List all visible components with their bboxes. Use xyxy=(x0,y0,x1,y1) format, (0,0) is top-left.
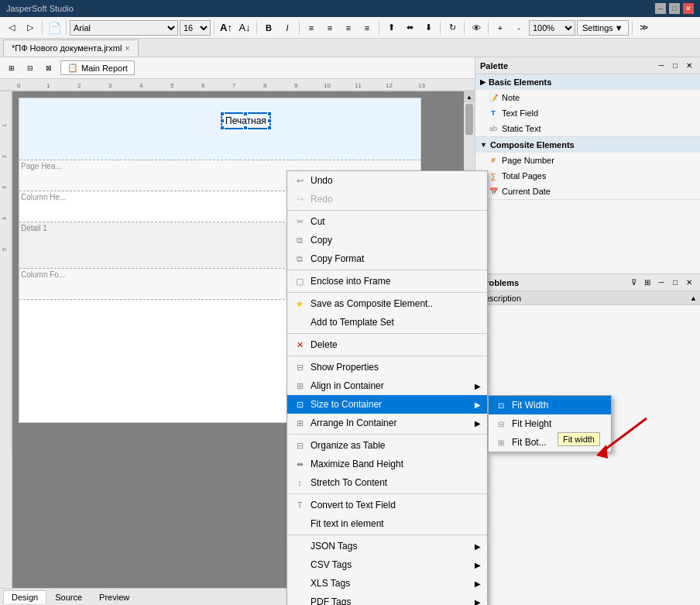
document-tab-close[interactable]: × xyxy=(125,43,129,53)
menu-cut[interactable]: ✂ Cut xyxy=(287,212,487,231)
palette-total-pages-item[interactable]: ∑ Total Pages xyxy=(475,168,700,184)
enclose-icon: ▢ xyxy=(293,275,306,287)
overview-button[interactable]: ⊞ xyxy=(3,60,20,77)
source-tab[interactable]: Source xyxy=(46,590,91,604)
svg-text:5: 5 xyxy=(2,248,7,251)
menu-copy-format[interactable]: ⧉ Copy Format xyxy=(287,249,487,268)
xls-icon xyxy=(293,577,306,590)
fit-text-label: Fit text in element xyxy=(311,518,384,529)
menu-json-tags[interactable]: JSON Tags ▶ xyxy=(287,537,487,555)
palette-static-text-item[interactable]: ab Static Text xyxy=(475,121,700,136)
align-middle-button[interactable]: ⬌ xyxy=(401,19,418,36)
menu-maximize-band[interactable]: ⬌ Maximize Band Height xyxy=(287,455,487,473)
preview-button[interactable]: 👁 xyxy=(468,19,485,36)
composite-expand-icon: ▼ xyxy=(480,141,487,149)
palette-minimize-button[interactable]: ─ xyxy=(655,60,667,72)
problems-minimize-button[interactable]: ─ xyxy=(655,277,667,289)
zoom-select[interactable]: 100% xyxy=(529,20,575,36)
menu-arrange-in-container[interactable]: ⊞ Arrange In Container ▶ xyxy=(287,414,487,432)
design-tab[interactable]: Design xyxy=(3,590,46,603)
align-left-button[interactable]: ≡ xyxy=(303,19,320,36)
palette-note-item[interactable]: 📝 Note xyxy=(475,90,700,105)
current-date-label: Current Date xyxy=(502,187,551,196)
zoom-out-button[interactable]: - xyxy=(510,19,527,36)
align-center-button[interactable]: ≡ xyxy=(321,19,338,36)
preview-tab[interactable]: Preview xyxy=(91,590,138,604)
font-family-select[interactable]: Arial xyxy=(70,20,178,36)
handle-br[interactable] xyxy=(267,125,272,130)
extra-button[interactable]: ≫ xyxy=(636,19,653,36)
menu-redo[interactable]: ↪ Redo xyxy=(287,190,487,208)
problems-maximize-button[interactable]: □ xyxy=(669,277,681,289)
menu-save-composite[interactable]: ★ Save as Composite Element.. xyxy=(287,294,487,313)
zoom-in-button[interactable]: + xyxy=(492,19,509,36)
main-report-tab[interactable]: 📋 Main Report xyxy=(60,60,135,75)
menu-add-to-template[interactable]: Add to Template Set xyxy=(287,313,487,332)
svg-text:1: 1 xyxy=(2,124,7,127)
close-button[interactable]: ✕ xyxy=(683,3,694,14)
forward-button[interactable]: ▷ xyxy=(22,19,39,36)
redo-label: Redo xyxy=(311,194,333,205)
handle-tr[interactable] xyxy=(267,112,272,116)
menu-organize-as-table[interactable]: ⊟ Organize as Table xyxy=(287,436,487,455)
composite-elements-header[interactable]: ▼ Composite Elements xyxy=(475,137,700,153)
pdf-label: PDF Tags xyxy=(311,596,351,605)
handle-ml[interactable] xyxy=(220,119,225,123)
arrange-arrow-icon: ▶ xyxy=(475,419,481,428)
sort-icon: ▲ xyxy=(690,294,697,302)
add-template-label: Add to Template Set xyxy=(311,317,394,328)
handle-mr[interactable] xyxy=(267,119,272,123)
scroll-thumb[interactable] xyxy=(465,104,473,135)
table-button[interactable]: ⊟ xyxy=(22,60,39,77)
sep2 xyxy=(66,21,67,35)
italic-button[interactable]: I xyxy=(279,19,296,36)
pdf-icon xyxy=(293,596,306,605)
document-tab[interactable]: *ПФ Нового документа.jrxml × xyxy=(3,40,139,57)
bold-button[interactable]: B xyxy=(260,19,277,36)
menu-pdf-tags[interactable]: PDF Tags ▶ xyxy=(287,593,487,605)
back-button[interactable]: ◁ xyxy=(3,19,20,36)
align-top-button[interactable]: ⬆ xyxy=(383,19,400,36)
palette-close-button[interactable]: ✕ xyxy=(683,60,695,72)
settings-button[interactable]: Settings ▼ xyxy=(577,20,629,36)
font-larger-button[interactable]: A↑ xyxy=(218,19,235,36)
menu-csv-tags[interactable]: CSV Tags ▶ xyxy=(287,555,487,574)
problems-columns-button[interactable]: ⊞ xyxy=(641,277,654,289)
align-bottom-button[interactable]: ⬇ xyxy=(420,19,437,36)
submenu-fit-height[interactable]: ⊟ Fit Height xyxy=(489,414,611,433)
menu-copy[interactable]: ⧉ Copy xyxy=(287,231,487,249)
selected-element[interactable]: Печатная xyxy=(221,112,271,129)
menu-xls-tags[interactable]: XLS Tags ▶ xyxy=(287,574,487,593)
menu-delete[interactable]: ✕ Delete xyxy=(287,335,487,354)
minimize-button[interactable]: ─ xyxy=(655,3,666,14)
palette-page-number-item[interactable]: # Page Number xyxy=(475,153,700,168)
palette-maximize-button[interactable]: □ xyxy=(669,60,681,72)
menu-stretch-to-content[interactable]: ↕ Stretch To Content xyxy=(287,473,487,492)
basic-elements-header[interactable]: ▶ Basic Elements xyxy=(475,74,700,90)
scroll-up-button[interactable]: ▲ xyxy=(464,91,475,102)
menu-align-in-container[interactable]: ⊞ Align in Container ▶ xyxy=(287,376,487,395)
band-button[interactable]: ⊠ xyxy=(40,60,57,77)
menu-convert-to-text[interactable]: T Convert to Text Field xyxy=(287,496,487,514)
submenu-fit-width[interactable]: ⊡ Fit Width xyxy=(489,396,611,414)
menu-size-to-container[interactable]: ⊡ Size to Container ▶ xyxy=(287,395,487,414)
palette-current-date-item[interactable]: 📅 Current Date xyxy=(475,184,700,199)
font-smaller-button[interactable]: A↓ xyxy=(236,19,253,36)
problems-filter-button[interactable]: ⊽ xyxy=(627,277,640,289)
handle-bm[interactable] xyxy=(243,125,248,130)
align-right-button[interactable]: ≡ xyxy=(340,19,357,36)
menu-show-properties[interactable]: ⊟ Show Properties xyxy=(287,358,487,376)
new-button[interactable]: 📄 xyxy=(46,19,63,36)
handle-tl[interactable] xyxy=(220,112,225,116)
rotate-button[interactable]: ↻ xyxy=(444,19,461,36)
problems-close-button[interactable]: ✕ xyxy=(683,277,695,289)
font-size-select[interactable]: 16 xyxy=(180,20,211,36)
menu-enclose-into-frame[interactable]: ▢ Enclose into Frame xyxy=(287,272,487,290)
menu-fit-text[interactable]: Fit text in element xyxy=(287,514,487,533)
justify-button[interactable]: ≡ xyxy=(359,19,376,36)
handle-tm[interactable] xyxy=(243,112,248,116)
maximize-button[interactable]: □ xyxy=(669,3,680,14)
menu-undo[interactable]: ↩ Undo xyxy=(287,171,487,190)
handle-bl[interactable] xyxy=(220,125,225,130)
palette-text-field-item[interactable]: T Text Field xyxy=(475,105,700,121)
